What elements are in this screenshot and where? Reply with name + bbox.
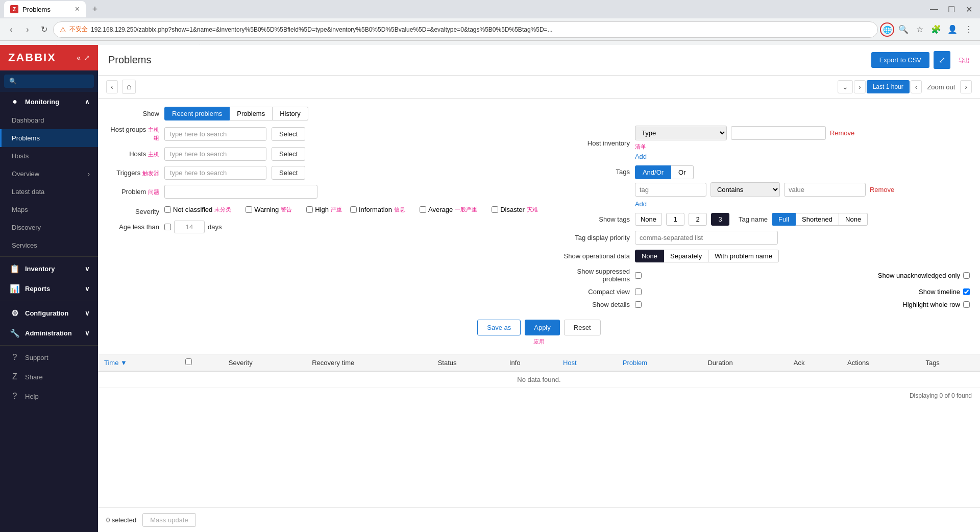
- browser-tab[interactable]: Z Problems ×: [4, 1, 86, 17]
- show-problems-btn[interactable]: Problems: [230, 107, 273, 120]
- severity-average-checkbox[interactable]: [420, 206, 426, 213]
- sidebar-item-reports[interactable]: 📊 Reports ∨: [0, 279, 98, 299]
- show-tags-none-btn[interactable]: None: [635, 213, 662, 226]
- col-host[interactable]: Host: [557, 354, 617, 371]
- tags-and-or-btn[interactable]: And/Or: [635, 165, 671, 179]
- sidebar-search-input[interactable]: [4, 75, 94, 88]
- col-checkbox[interactable]: [179, 354, 223, 371]
- sidebar-item-support[interactable]: ? Support: [0, 348, 98, 367]
- severity-high-checkbox[interactable]: [306, 206, 313, 213]
- sidebar-item-problems[interactable]: Problems: [0, 129, 98, 147]
- sidebar-item-discovery[interactable]: Discovery: [0, 219, 98, 236]
- op-separately-btn[interactable]: Separately: [664, 250, 708, 262]
- compact-view-checkbox[interactable]: [635, 288, 642, 295]
- show-recent-btn[interactable]: Recent problems: [164, 107, 230, 120]
- sidebar-collapse-icon[interactable]: «: [77, 54, 81, 62]
- extensions-btn[interactable]: 🧩: [929, 22, 943, 37]
- show-tags-3-btn[interactable]: 3: [711, 213, 729, 226]
- show-suppressed-checkbox[interactable]: [635, 272, 642, 279]
- select-all-checkbox[interactable]: [185, 358, 192, 365]
- prev-time-btn[interactable]: ‹: [911, 80, 922, 93]
- sidebar-item-share[interactable]: Z Share: [0, 367, 98, 386]
- sidebar-item-administration[interactable]: 🔧 Administration ∨: [0, 323, 98, 343]
- tag-name-full-btn[interactable]: Full: [772, 213, 796, 226]
- tag-name-shortened-btn[interactable]: Shortened: [796, 213, 839, 226]
- nav-right-btn[interactable]: ›: [854, 80, 866, 93]
- sidebar-item-maps[interactable]: Maps: [0, 201, 98, 219]
- new-tab-btn[interactable]: +: [88, 2, 102, 16]
- export-csv-button[interactable]: Export to CSV: [871, 52, 929, 68]
- close-btn[interactable]: ✕: [962, 2, 976, 16]
- reset-button[interactable]: Reset: [564, 320, 601, 335]
- sidebar-item-latestdata[interactable]: Latest data: [0, 183, 98, 201]
- severity-warning-checkbox[interactable]: [246, 206, 252, 213]
- refresh-btn[interactable]: ↻: [37, 22, 51, 37]
- sidebar-item-inventory[interactable]: 📋 Inventory ∨: [0, 259, 98, 279]
- col-problem[interactable]: Problem: [617, 354, 702, 371]
- show-unack-option[interactable]: Show unacknowledged only: [878, 272, 970, 279]
- sidebar-item-services[interactable]: Services: [0, 236, 98, 254]
- minimize-btn[interactable]: —: [927, 2, 941, 16]
- home-btn[interactable]: ⌂: [122, 80, 136, 94]
- host-inventory-add-link[interactable]: Add: [635, 153, 854, 160]
- show-details-checkbox[interactable]: [635, 301, 642, 308]
- maximize-btn[interactable]: ☐: [944, 2, 959, 16]
- profile-btn[interactable]: 👤: [945, 22, 960, 37]
- severity-warning[interactable]: Warning 警告: [246, 206, 292, 213]
- translate-btn[interactable]: 🌐: [880, 22, 894, 37]
- hosts-input[interactable]: [164, 147, 266, 161]
- severity-average[interactable]: Average 一般严重: [420, 206, 477, 213]
- menu-btn[interactable]: ⋮: [962, 22, 976, 37]
- problem-input[interactable]: [164, 185, 317, 199]
- op-with-problem-btn[interactable]: With problem name: [708, 250, 779, 262]
- search-browser-btn[interactable]: 🔍: [896, 22, 911, 37]
- show-tags-2-btn[interactable]: 2: [689, 213, 707, 226]
- show-tags-1-btn[interactable]: 1: [666, 213, 684, 226]
- severity-not-classified-checkbox[interactable]: [164, 206, 171, 213]
- severity-information[interactable]: Information 信息: [350, 206, 405, 213]
- zoom-out-btn[interactable]: Zoom out: [923, 80, 959, 93]
- contains-select[interactable]: Contains Equals Does not contain: [710, 182, 780, 197]
- host-groups-input[interactable]: [164, 127, 266, 141]
- tag-name-none-btn[interactable]: None: [839, 213, 868, 226]
- show-timeline-option[interactable]: Show timeline: [919, 288, 970, 296]
- host-inventory-remove-link[interactable]: Remove: [830, 129, 854, 137]
- host-inventory-type-select[interactable]: Type: [635, 126, 727, 140]
- mass-update-button[interactable]: Mass update: [142, 513, 195, 527]
- host-groups-select-btn[interactable]: Select: [272, 127, 305, 141]
- tags-or-btn[interactable]: Or: [671, 165, 693, 179]
- severity-not-classified[interactable]: Not classified 未分类: [164, 206, 231, 213]
- tag-value-input[interactable]: [784, 183, 866, 197]
- tab-close-btn[interactable]: ×: [75, 5, 80, 14]
- severity-disaster[interactable]: Disaster 灾难: [492, 206, 538, 213]
- sidebar-item-help[interactable]: ? Help: [0, 386, 98, 406]
- forward-btn[interactable]: ›: [20, 22, 35, 37]
- sidebar-item-monitoring[interactable]: ● Monitoring ∧: [0, 92, 98, 111]
- age-checkbox[interactable]: [164, 224, 171, 230]
- tag-name-input[interactable]: [635, 183, 706, 197]
- sidebar-item-hosts[interactable]: Hosts: [0, 147, 98, 165]
- fullscreen-button[interactable]: ⤢: [934, 51, 950, 69]
- bookmark-btn[interactable]: ☆: [913, 22, 927, 37]
- nav-down-btn[interactable]: ⌄: [838, 80, 853, 93]
- severity-high[interactable]: High 严重: [306, 206, 342, 213]
- highlight-row-option[interactable]: Highlight whole row: [902, 301, 970, 308]
- host-inventory-value-input[interactable]: [731, 126, 826, 140]
- age-input[interactable]: [174, 221, 205, 233]
- back-nav-btn[interactable]: ‹: [106, 80, 118, 93]
- tag-display-priority-input[interactable]: [635, 231, 778, 245]
- tags-remove-link[interactable]: Remove: [870, 186, 894, 194]
- save-as-button[interactable]: Save as: [477, 320, 521, 335]
- back-btn[interactable]: ‹: [4, 22, 18, 37]
- op-none-btn[interactable]: None: [635, 250, 664, 262]
- address-bar[interactable]: ⚠ 不安全 192.168.129.250/zabbix.php?show=1&…: [53, 21, 878, 38]
- sidebar-expand-icon[interactable]: ⤢: [84, 54, 90, 62]
- col-time[interactable]: Time ▼: [98, 354, 179, 371]
- triggers-input[interactable]: [164, 166, 266, 180]
- show-history-btn[interactable]: History: [273, 107, 308, 120]
- show-timeline-checkbox[interactable]: [963, 288, 970, 295]
- triggers-select-btn[interactable]: Select: [272, 166, 305, 180]
- next-time-btn[interactable]: ›: [960, 80, 972, 93]
- sidebar-item-dashboard[interactable]: Dashboard: [0, 111, 98, 129]
- show-unack-checkbox[interactable]: [963, 272, 970, 279]
